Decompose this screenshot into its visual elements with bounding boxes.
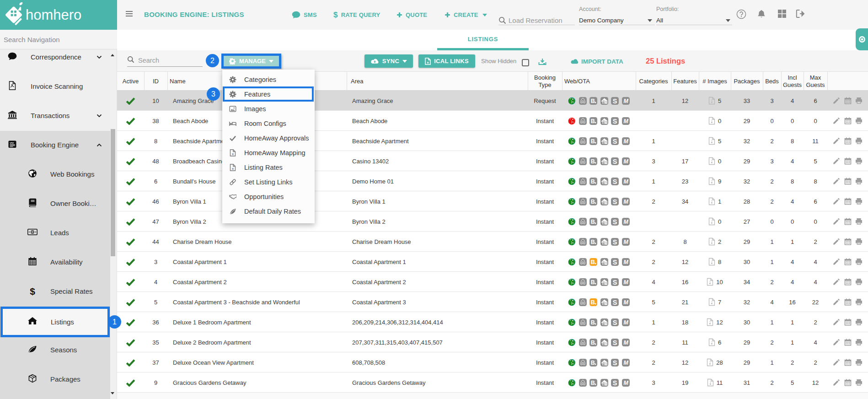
svg-text:B: B xyxy=(591,259,595,265)
svg-text:M: M xyxy=(623,118,628,124)
svg-text:B: B xyxy=(591,198,595,205)
svg-text:B: B xyxy=(591,319,595,325)
svg-text:S: S xyxy=(613,178,617,185)
svg-text:S: S xyxy=(613,318,617,326)
svg-text:S: S xyxy=(613,137,617,145)
svg-text:S: S xyxy=(613,218,617,225)
svg-text:S: S xyxy=(613,198,617,205)
svg-text:B: B xyxy=(591,158,595,164)
svg-text:M: M xyxy=(623,339,628,345)
svg-text:B: B xyxy=(591,279,595,285)
svg-text:homhero: homhero xyxy=(26,7,81,23)
svg-text:M: M xyxy=(623,198,628,205)
svg-text:M: M xyxy=(623,319,628,325)
svg-text:B: B xyxy=(591,118,595,124)
svg-text:M: M xyxy=(623,238,628,245)
svg-text:S: S xyxy=(613,258,617,265)
svg-text:S: S xyxy=(613,379,617,386)
svg-text:M: M xyxy=(623,299,628,305)
svg-text:M: M xyxy=(623,178,628,184)
svg-text:x: x xyxy=(232,167,234,171)
svg-text:S: S xyxy=(613,157,617,165)
svg-text:M: M xyxy=(623,138,628,144)
svg-text:M: M xyxy=(623,218,628,225)
svg-text:M: M xyxy=(623,97,628,104)
svg-text:S: S xyxy=(613,278,617,286)
svg-text:S: S xyxy=(613,238,617,245)
svg-text:B: B xyxy=(591,238,595,245)
svg-text:B: B xyxy=(591,359,595,366)
svg-text:M: M xyxy=(623,158,628,164)
svg-text:M: M xyxy=(623,379,628,386)
svg-text:S: S xyxy=(613,97,617,104)
svg-text:B: B xyxy=(591,97,595,104)
svg-text:M: M xyxy=(623,279,628,285)
svg-text:S: S xyxy=(613,298,617,306)
svg-text:B: B xyxy=(591,178,595,184)
svg-text:B: B xyxy=(591,299,595,305)
svg-text:x: x xyxy=(232,152,234,156)
svg-text:M: M xyxy=(623,259,628,265)
svg-text:B: B xyxy=(591,379,595,386)
svg-text:S: S xyxy=(613,117,617,124)
svg-text:B: B xyxy=(591,218,595,225)
svg-text:B: B xyxy=(591,138,595,144)
svg-text:S: S xyxy=(613,359,617,366)
svg-text:B: B xyxy=(591,339,595,345)
svg-text:M: M xyxy=(623,359,628,366)
svg-text:x: x xyxy=(427,60,429,65)
svg-text:S: S xyxy=(613,339,617,346)
